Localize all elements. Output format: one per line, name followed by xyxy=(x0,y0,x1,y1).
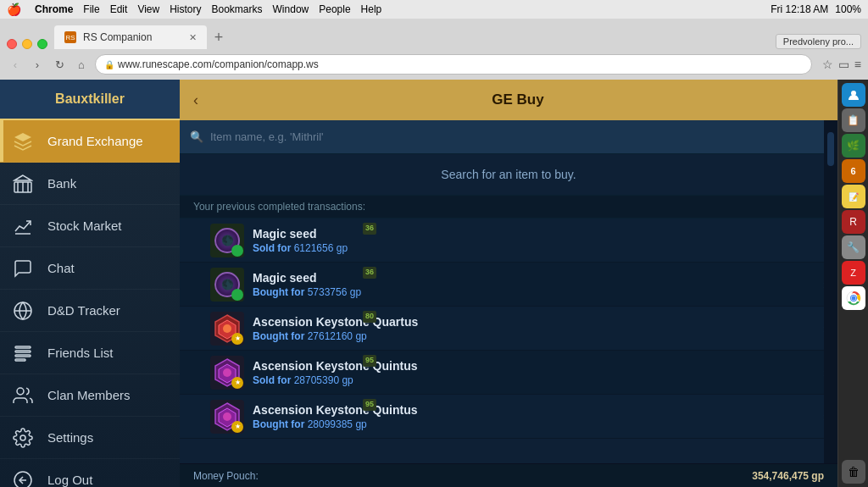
item-info: Magic seed Sold for 6121656 gp xyxy=(253,227,815,254)
settings-icon xyxy=(10,425,36,451)
item-info: Ascension Keystone Quintus Sold for 2870… xyxy=(253,359,815,386)
bookmark-icon[interactable]: ☆ xyxy=(822,58,833,71)
os-icon-trash[interactable]: 🗑 xyxy=(842,460,865,484)
os-icon-notes[interactable]: 📝 xyxy=(842,185,865,208)
os-icon-gray1[interactable]: 📋 xyxy=(842,108,865,132)
chrome-profile-btn[interactable]: Predvoleny pro... xyxy=(776,34,861,49)
browser-tab-active[interactable]: RS RS Companion ✕ xyxy=(54,25,207,49)
svg-point-23 xyxy=(223,412,231,421)
clan-members-label: Clan Members xyxy=(47,388,131,402)
item-info: Ascension Keystone Quintus Bought for 28… xyxy=(253,403,815,430)
sidebar-item-settings[interactable]: Settings xyxy=(0,417,180,459)
transaction-item[interactable]: 36 🌑 Magic seed Sold for 6121656 gp › xyxy=(180,219,837,263)
price-value: 6121656 gp xyxy=(294,242,348,254)
menu-people[interactable]: People xyxy=(319,3,350,15)
sidebar-item-log-out[interactable]: Log Out xyxy=(0,459,180,487)
address-bar[interactable]: 🔒 www.runescape.com/companion/comapp.ws xyxy=(95,54,812,75)
sidebar-item-chat[interactable]: Chat xyxy=(0,247,180,290)
item-name: Magic seed xyxy=(253,227,815,241)
home-btn[interactable]: ⌂ xyxy=(73,56,90,73)
cast-icon[interactable]: ▭ xyxy=(838,58,849,71)
search-info-text: Search for an item to buy. xyxy=(441,168,576,181)
transaction-item[interactable]: 95 ★ Ascension Keystone Quintus So xyxy=(180,351,837,395)
scroll-indicator[interactable] xyxy=(824,120,837,463)
bank-icon xyxy=(10,171,36,196)
svg-rect-8 xyxy=(15,351,31,352)
item-icon: ★ xyxy=(210,312,244,346)
price-action: Bought for xyxy=(253,286,308,298)
dd-tracker-label: D&D Tracker xyxy=(47,303,120,318)
back-button[interactable]: ‹ xyxy=(193,91,198,109)
transaction-list: 36 🌑 Magic seed Sold for 6121656 gp › xyxy=(180,219,837,463)
money-pouch-label: Money Pouch: xyxy=(193,470,259,482)
price-action: Sold for xyxy=(253,374,294,386)
item-icon: 🌑 xyxy=(210,224,244,257)
item-info: Magic seed Bought for 5733756 gp xyxy=(253,271,815,298)
tab-close-btn[interactable]: ✕ xyxy=(189,32,197,43)
search-input[interactable] xyxy=(210,130,827,143)
app-container: Bauxtkiller Grand Exchange xyxy=(0,80,868,487)
menu-file[interactable]: File xyxy=(83,3,99,15)
svg-point-17 xyxy=(223,324,231,333)
os-icon-red[interactable]: R xyxy=(842,210,865,234)
sidebar-item-bank[interactable]: Bank xyxy=(0,163,180,205)
apple-menu[interactable]: 🍎 xyxy=(7,3,21,16)
back-btn[interactable]: ‹ xyxy=(7,56,24,73)
chrome-toolbar-icons: ☆ ▭ ≡ xyxy=(822,58,861,71)
svg-rect-7 xyxy=(15,346,31,348)
sidebar: Bauxtkiller Grand Exchange xyxy=(0,80,180,487)
svg-rect-9 xyxy=(15,355,31,357)
svg-point-12 xyxy=(20,435,25,440)
star-badge: ★ xyxy=(231,377,243,389)
menu-view[interactable]: View xyxy=(137,3,159,15)
menu-edit[interactable]: Edit xyxy=(110,3,128,15)
transaction-item[interactable]: 80 ★ Ascension Keystone Quartus Bo xyxy=(180,307,837,351)
fullscreen-window-btn[interactable] xyxy=(37,39,47,49)
log-out-icon xyxy=(10,468,36,488)
os-icon-red2[interactable]: Z xyxy=(842,261,865,285)
sidebar-item-dd-tracker[interactable]: D&D Tracker xyxy=(0,290,180,332)
minimize-window-btn[interactable] xyxy=(22,39,32,49)
level-badge: 36 xyxy=(363,267,376,279)
price-value: 28099385 gp xyxy=(308,418,367,430)
item-name: Ascension Keystone Quartus xyxy=(253,315,815,329)
svg-point-28 xyxy=(851,296,855,301)
menu-bookmarks[interactable]: Bookmarks xyxy=(212,3,263,15)
forward-btn[interactable]: › xyxy=(29,56,46,73)
item-icon: ★ xyxy=(210,356,244,390)
sidebar-item-stock-market[interactable]: Stock Market xyxy=(0,205,180,247)
menu-history[interactable]: History xyxy=(170,3,201,15)
dd-tracker-icon xyxy=(10,298,36,324)
menu-icon[interactable]: ≡ xyxy=(854,58,861,71)
search-results-area: Search for an item to buy. xyxy=(180,154,837,196)
os-icon-green[interactable]: 🌿 xyxy=(842,134,865,158)
sidebar-item-clan-members[interactable]: Clan Members xyxy=(0,374,180,417)
menu-chrome[interactable]: Chrome xyxy=(35,3,73,15)
money-pouch-footer: Money Pouch: 354,746,475 gp xyxy=(180,463,837,487)
refresh-btn[interactable]: ↻ xyxy=(51,56,68,73)
previous-label: Your previous completed transactions: xyxy=(180,196,837,219)
money-amount: 354,746,475 gp xyxy=(752,470,824,482)
star-badge: ★ xyxy=(231,333,243,345)
sidebar-item-friends-list[interactable]: Friends List xyxy=(0,332,180,374)
item-info: Ascension Keystone Quartus Bought for 27… xyxy=(253,315,815,342)
menubar: 🍎 Chrome File Edit View History Bookmark… xyxy=(0,0,868,19)
os-icon-chrome[interactable] xyxy=(842,286,865,310)
main-content: ‹ GE Buy 🔍 Search for an item to buy. Yo… xyxy=(180,80,837,487)
os-icon-gray2[interactable]: 🔧 xyxy=(842,235,865,259)
menubar-time: Fri 12:18 AM xyxy=(771,3,828,15)
price-action: Bought for xyxy=(253,330,308,342)
sidebar-item-grand-exchange[interactable]: Grand Exchange xyxy=(0,120,180,163)
grand-exchange-label: Grand Exchange xyxy=(47,134,143,148)
content-title: GE Buy xyxy=(212,91,824,108)
os-icon-6[interactable]: 6 xyxy=(842,159,865,183)
transaction-item[interactable]: 36 🌑 Magic seed Bought for 5733756 gp › xyxy=(180,263,837,307)
menu-help[interactable]: Help xyxy=(361,3,382,15)
new-tab-btn[interactable]: + xyxy=(207,25,231,49)
menu-window[interactable]: Window xyxy=(273,3,309,15)
os-icon-finder[interactable] xyxy=(842,83,865,107)
transaction-item[interactable]: 95 ★ Ascension Keystone Quintus Bo xyxy=(180,395,837,439)
svg-point-11 xyxy=(17,388,24,395)
close-window-btn[interactable] xyxy=(7,39,17,49)
item-icon: 🌑 xyxy=(210,268,244,302)
